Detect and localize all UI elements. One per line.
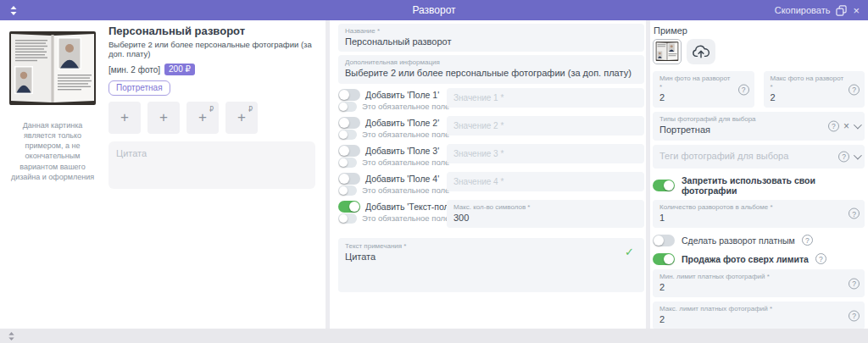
example-thumbnail[interactable] — [653, 39, 682, 64]
field-label: Дополнительная информация — [345, 58, 637, 67]
help-icon[interactable]: ? — [849, 208, 860, 219]
help-icon[interactable]: ? — [849, 310, 860, 321]
name-field[interactable]: Название * Персональный разворот — [338, 24, 644, 52]
required-label: Это обязательное поле — [362, 185, 449, 195]
value-2-input[interactable]: Значение 2 * — [447, 116, 644, 136]
settings-panel: Пример — [650, 20, 868, 329]
close-icon[interactable]: × — [853, 5, 860, 16]
copy-button[interactable]: Скопировать — [775, 5, 831, 15]
plus-icon: + — [198, 109, 207, 126]
max-photos-field[interactable]: Макс фото на разворот * 2 ? — [764, 71, 865, 108]
note-text-field[interactable]: Текст примечания * Цитата ✓ — [338, 238, 644, 292]
toggle-label: Продажа фото сверх лимита — [682, 254, 809, 264]
add-field-2-toggle[interactable] — [338, 117, 360, 129]
block-title: Персональный разворот — [108, 25, 317, 37]
field-label: Количество разворотов в альбоме * — [659, 203, 844, 212]
forbid-own-photos-toggle[interactable] — [653, 180, 675, 191]
info-field[interactable]: Дополнительная информация Выберите 2 или… — [338, 55, 644, 83]
copy-icon[interactable] — [836, 5, 847, 16]
paid-spread-row: Сделать разворот платным ? — [653, 235, 865, 246]
field-value: Выберите 2 или более персональные фотогр… — [345, 67, 637, 79]
add-photo-tile[interactable]: + — [108, 102, 141, 134]
help-icon[interactable]: ? — [849, 84, 860, 95]
value-3-input[interactable]: Значение 3 * — [447, 144, 644, 163]
min-photos-field[interactable]: Мин фото на разворот * 2 ? — [653, 71, 754, 108]
plus-icon: + — [159, 109, 168, 126]
add-paid-photo-tile[interactable]: +₽ — [186, 102, 219, 134]
field-label: Макс. лимит платных фотографий * — [659, 305, 844, 313]
max-paid-photos-field[interactable]: Макс. лимит платных фотографий * 2 ? — [653, 302, 865, 329]
block-subtitle: Выберите 2 или более персональные фотогр… — [108, 40, 317, 58]
forbid-own-photos-row: Запретить использовать свои фотографии — [653, 175, 865, 196]
upload-example-button[interactable] — [687, 39, 715, 64]
add-paid-photo-tile[interactable]: +₽ — [225, 102, 258, 134]
field-value: 2 — [659, 91, 734, 103]
help-icon[interactable]: ? — [828, 120, 839, 131]
required-text-field-toggle[interactable] — [338, 213, 357, 224]
required-label: Это обязательное поле — [362, 130, 449, 139]
ruble-icon: ₽ — [209, 106, 214, 113]
add-photo-tile[interactable]: + — [147, 102, 180, 134]
max-chars-field[interactable]: Макс. кол-во символов * 300 — [447, 200, 644, 228]
field-value: 2 — [659, 313, 844, 325]
clear-icon[interactable]: × — [843, 121, 849, 131]
help-icon[interactable]: ? — [815, 253, 826, 264]
toggle-label: Запретить использовать свои фотографии — [682, 175, 865, 196]
field-toggle-row-3: Добавить 'Поле 3' Это обязательное поле … — [338, 144, 644, 168]
help-icon[interactable]: ? — [802, 235, 813, 246]
required-field-2-toggle[interactable] — [338, 130, 357, 140]
toggle-label: Добавить 'Поле 3' — [365, 146, 439, 156]
spread-editor-window: Разворот Скопировать × — [0, 0, 868, 343]
field-label: Макс. кол-во символов * — [453, 203, 637, 212]
field-label: Мин. лимит платных фотографий * — [659, 273, 844, 281]
header: Разворот Скопировать × — [0, 0, 868, 20]
text-field-toggle-row: Добавить 'Текст-поле' Это обязательное п… — [338, 200, 644, 228]
window-title: Разворот — [0, 4, 868, 16]
add-text-field-toggle[interactable] — [338, 201, 360, 213]
value-1-input[interactable]: Значение 1 * — [447, 88, 644, 108]
help-icon[interactable]: ? — [738, 84, 749, 95]
toggle-label: Добавить 'Поле 4' — [365, 174, 439, 184]
field-placeholder: Теги фотографий для выбора — [659, 148, 827, 164]
field-toggle-row-2: Добавить 'Поле 2' Это обязательное поле … — [338, 116, 644, 140]
toggle-label: Добавить 'Текст-поле' — [365, 202, 456, 212]
value-4-input[interactable]: Значение 4 * — [447, 172, 644, 191]
add-field-1-toggle[interactable] — [338, 89, 360, 101]
field-value: Персональный разворот — [345, 36, 637, 47]
spreads-count-field[interactable]: Количество разворотов в альбоме * 1 ? — [653, 200, 865, 228]
chevron-down-icon[interactable] — [854, 121, 862, 130]
min-paid-photos-field[interactable]: Мин. лимит платных фотографий * 2 ? — [653, 269, 865, 297]
field-toggle-row-1: Добавить 'Поле 1' Это обязательное поле … — [338, 88, 644, 112]
photo-tags-select[interactable]: Теги фотографий для выбора ? — [653, 145, 865, 169]
quote-textarea[interactable] — [108, 141, 315, 189]
required-field-3-toggle[interactable] — [338, 158, 357, 168]
sort-handle-icon[interactable] — [7, 331, 16, 341]
field-value: 2 — [659, 281, 844, 293]
field-value: Цитата — [345, 251, 637, 263]
min-photos-note: [мин. 2 фото] — [108, 65, 160, 75]
photo-slots: + + +₽ +₽ — [108, 102, 317, 134]
add-field-4-toggle[interactable] — [338, 173, 360, 185]
required-field-1-toggle[interactable] — [338, 102, 357, 112]
field-label: Типы фотографий для выбора — [659, 115, 817, 124]
field-value: 2 — [771, 91, 845, 103]
cloud-upload-icon — [692, 44, 710, 59]
help-icon[interactable]: ? — [838, 151, 849, 162]
oversell-toggle[interactable] — [653, 253, 675, 265]
toggle-label: Добавить 'Поле 1' — [365, 90, 439, 100]
ruble-icon: ₽ — [248, 106, 253, 113]
photo-types-select[interactable]: Типы фотографий для выбора Портретная ? … — [653, 112, 865, 140]
required-label: Это обязательное поле — [362, 102, 449, 111]
toggle-label: Добавить 'Поле 2' — [365, 118, 439, 128]
example-label: Пример — [654, 25, 865, 36]
field-toggle-row-4: Добавить 'Поле 4' Это обязательное поле … — [338, 172, 644, 196]
oversell-row: Продажа фото сверх лимита ? — [653, 253, 865, 265]
required-field-4-toggle[interactable] — [338, 185, 357, 196]
field-label: Мин фото на разворот * — [659, 75, 734, 91]
field-label: Макс фото на разворот * — [771, 75, 845, 91]
paid-spread-toggle[interactable] — [653, 235, 675, 246]
toggle-label: Сделать разворот платным — [682, 235, 795, 246]
add-field-3-toggle[interactable] — [338, 145, 360, 157]
chevron-down-icon[interactable] — [854, 151, 862, 159]
help-icon[interactable]: ? — [849, 278, 860, 289]
